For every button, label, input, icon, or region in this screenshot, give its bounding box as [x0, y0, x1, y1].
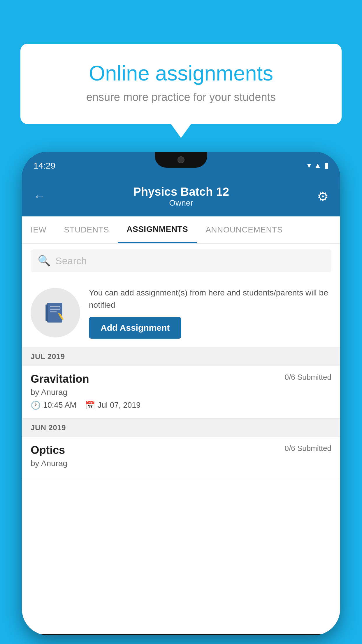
- assignment-item-gravitation[interactable]: Gravitation 0/6 Submitted by Anurag 🕐 10…: [22, 366, 340, 419]
- assignment-item-top: Gravitation 0/6 Submitted: [31, 373, 331, 385]
- header-title: Physics Batch 12: [45, 185, 317, 198]
- search-icon: 🔍: [38, 255, 51, 267]
- search-placeholder: Search: [55, 255, 87, 267]
- battery-icon: ▮: [324, 161, 328, 170]
- svg-rect-0: [47, 303, 62, 323]
- notebook-svg-icon: [42, 300, 68, 326]
- assignment-submitted-gravitation: 0/6 Submitted: [285, 373, 331, 382]
- add-assignment-button[interactable]: Add Assignment: [89, 317, 181, 339]
- assignment-date: 📅 Jul 07, 2019: [85, 400, 140, 410]
- section-header-jul: JUL 2019: [22, 347, 340, 366]
- calendar-icon: 📅: [85, 400, 95, 410]
- assignment-time: 🕐 10:45 AM: [31, 400, 76, 410]
- back-button[interactable]: ←: [34, 190, 45, 203]
- assignment-date-value: Jul 07, 2019: [98, 401, 140, 410]
- status-icons: ▾ ▲ ▮: [307, 161, 328, 170]
- signal-icon: ▲: [314, 161, 321, 170]
- tab-iew[interactable]: IEW: [22, 217, 55, 243]
- clock-icon: 🕐: [31, 400, 41, 410]
- assignment-item-top-optics: Optics 0/6 Submitted: [31, 444, 331, 456]
- status-bar: 14:29 ▾ ▲ ▮: [22, 152, 340, 179]
- section-header-jun: JUN 2019: [22, 419, 340, 437]
- status-time: 14:29: [34, 161, 55, 171]
- speech-bubble: Online assignments ensure more practice …: [20, 44, 342, 124]
- app-header: ← Physics Batch 12 Owner ⚙: [22, 179, 340, 216]
- assignment-meta-gravitation: 🕐 10:45 AM 📅 Jul 07, 2019: [31, 400, 331, 410]
- search-bar[interactable]: 🔍 Search: [31, 249, 331, 272]
- svg-rect-1: [45, 304, 48, 321]
- assignment-by-optics: by Anurag: [31, 459, 331, 468]
- promo-icon-circle: [31, 288, 80, 337]
- svg-rect-3: [50, 309, 60, 310]
- settings-icon[interactable]: ⚙: [317, 189, 328, 204]
- svg-rect-2: [50, 306, 60, 307]
- tabs-bar: IEW STUDENTS ASSIGNMENTS ANNOUNCEMENTS: [22, 216, 340, 244]
- phone-content: 🔍 Search You can add assignment(s) from …: [22, 244, 340, 634]
- speech-bubble-title: Online assignments: [44, 61, 318, 85]
- promo-text-area: You can add assignment(s) from here and …: [89, 287, 331, 339]
- tab-assignments[interactable]: ASSIGNMENTS: [118, 216, 197, 243]
- camera: [178, 156, 184, 163]
- assignment-name-optics: Optics: [31, 444, 65, 456]
- speech-bubble-container: Online assignments ensure more practice …: [20, 44, 342, 124]
- assignment-by-gravitation: by Anurag: [31, 388, 331, 397]
- header-subtitle: Owner: [45, 198, 317, 208]
- wifi-icon: ▾: [307, 161, 311, 170]
- svg-rect-4: [50, 312, 57, 312]
- assignment-time-value: 10:45 AM: [43, 401, 76, 410]
- header-center: Physics Batch 12 Owner: [45, 185, 317, 208]
- promo-description: You can add assignment(s) from here and …: [89, 287, 331, 311]
- phone-frame: 14:29 ▾ ▲ ▮ ← Physics Batch 12 Owner ⚙ I…: [22, 152, 340, 635]
- phone-notch: [155, 152, 207, 168]
- tab-announcements[interactable]: ANNOUNCEMENTS: [197, 217, 291, 243]
- speech-bubble-subtitle: ensure more practice for your students: [44, 91, 318, 104]
- search-bar-container: 🔍 Search: [22, 244, 340, 278]
- tab-students[interactable]: STUDENTS: [55, 217, 118, 243]
- promo-card: You can add assignment(s) from here and …: [22, 278, 340, 347]
- assignment-item-optics[interactable]: Optics 0/6 Submitted by Anurag: [22, 437, 340, 480]
- assignment-submitted-optics: 0/6 Submitted: [285, 444, 331, 453]
- assignment-name-gravitation: Gravitation: [31, 373, 89, 385]
